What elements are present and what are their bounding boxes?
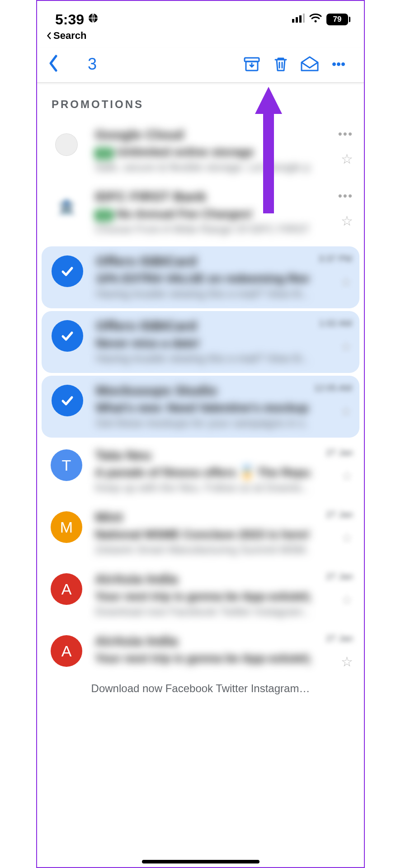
email-subject: A parade of fitness offers 🏅 The Republi… bbox=[95, 466, 310, 480]
ad-info-icon[interactable]: ••• bbox=[338, 189, 353, 203]
email-row[interactable]: Offers ISBICard 10% EXTRA VALUE on redee… bbox=[42, 246, 359, 308]
back-button[interactable] bbox=[48, 54, 59, 74]
battery-level: 79 bbox=[333, 15, 342, 24]
svg-rect-1 bbox=[292, 19, 294, 23]
star-icon[interactable]: ☆ bbox=[340, 403, 352, 419]
email-row[interactable]: A AirAsia India Your next trip is gonna … bbox=[37, 564, 364, 626]
sender-avatar[interactable]: A bbox=[51, 573, 82, 605]
star-icon[interactable]: ☆ bbox=[341, 592, 353, 608]
email-subject: National MSME Conclave 2023 is here! bbox=[95, 528, 310, 542]
svg-point-9 bbox=[337, 63, 340, 66]
status-bar: 5:39 79 bbox=[37, 1, 364, 28]
svg-rect-2 bbox=[296, 17, 298, 23]
star-icon[interactable]: ☆ bbox=[340, 339, 352, 354]
globe-icon bbox=[88, 13, 99, 26]
sender-avatar[interactable] bbox=[51, 129, 82, 160]
svg-point-5 bbox=[315, 20, 317, 23]
selection-check-icon[interactable] bbox=[52, 320, 83, 352]
sender-avatar[interactable]: T bbox=[51, 449, 82, 481]
email-sender: IDFC FIRST Bank bbox=[95, 189, 310, 204]
selection-toolbar: 3 bbox=[37, 48, 364, 83]
email-row[interactable]: Offers ISBICard Never miss a date! Havin… bbox=[42, 311, 359, 373]
email-time: 27 Jan bbox=[326, 509, 353, 520]
email-subject: What's new: Need Valentine's mockups f… bbox=[96, 401, 309, 415]
email-time: 3:37 PM bbox=[319, 254, 352, 264]
selection-count: 3 bbox=[88, 55, 97, 74]
email-subject: Never miss a date! bbox=[96, 336, 309, 350]
email-row[interactable]: 🏦 IDFC FIRST Bank AdNo Annual Fee Charge… bbox=[37, 182, 364, 244]
wifi-icon bbox=[309, 13, 322, 26]
email-row[interactable]: A AirAsia India Your next trip is gonna … bbox=[37, 626, 364, 678]
star-icon[interactable]: ☆ bbox=[341, 468, 353, 484]
more-button[interactable] bbox=[324, 55, 353, 73]
email-sender: AirAsia India bbox=[95, 571, 310, 587]
breadcrumb-back[interactable]: Search bbox=[37, 28, 364, 48]
email-time: 27 Jan bbox=[326, 633, 353, 644]
status-time: 5:39 bbox=[55, 11, 84, 28]
battery-icon: 79 bbox=[326, 14, 350, 25]
email-subject: No Annual Fee Charges! bbox=[117, 207, 253, 221]
home-indicator[interactable] bbox=[142, 860, 259, 863]
email-preview: Safe, secure & flexible storage. Let Goo… bbox=[95, 161, 310, 174]
email-sender: AirAsia India bbox=[95, 633, 310, 649]
star-icon[interactable]: ☆ bbox=[341, 151, 353, 167]
email-preview: Choose From A Wide Range Of IDFC FIRST… bbox=[95, 223, 310, 236]
star-icon[interactable]: ☆ bbox=[341, 213, 353, 229]
sender-avatar[interactable]: 🏦 bbox=[51, 191, 82, 222]
archive-button[interactable] bbox=[237, 55, 266, 73]
email-row[interactable]: M Mint National MSME Conclave 2023 is he… bbox=[37, 502, 364, 564]
email-preview: Get these mockups for your campaigns in … bbox=[96, 417, 309, 429]
star-icon[interactable]: ☆ bbox=[340, 274, 352, 290]
email-time: 27 Jan bbox=[326, 448, 353, 458]
breadcrumb-label: Search bbox=[53, 30, 86, 42]
svg-rect-3 bbox=[299, 15, 302, 23]
email-preview: Download now Facebook Twitter Instagram… bbox=[95, 605, 310, 618]
selection-check-icon[interactable] bbox=[52, 385, 83, 416]
email-sender: Offers ISBICard bbox=[96, 254, 309, 269]
section-header-promotions: PROMOTIONS bbox=[37, 83, 364, 120]
email-time: 12:05 AM bbox=[314, 383, 352, 393]
star-icon[interactable]: ☆ bbox=[341, 530, 353, 546]
selection-check-icon[interactable] bbox=[52, 255, 83, 287]
sender-avatar[interactable]: M bbox=[51, 511, 82, 543]
email-sender: Google Cloud bbox=[95, 127, 310, 142]
svg-point-8 bbox=[333, 63, 336, 66]
email-row[interactable]: T Tata Neu A parade of fitness offers 🏅 … bbox=[37, 440, 364, 502]
email-sender: Offers ISBICard bbox=[96, 318, 309, 334]
email-row[interactable]: Google Cloud AdUnlimited online storage … bbox=[37, 120, 364, 182]
email-preview: Keep up with the Neu. Follow us at Downl… bbox=[95, 481, 310, 494]
email-sender: Mockuuups Studio bbox=[96, 383, 309, 398]
email-preview: Zetwerk Smart Manufacturing Summit MSM… bbox=[95, 543, 310, 556]
footer-caption: Download now Facebook Twitter Instagram… bbox=[37, 678, 364, 699]
star-icon[interactable]: ☆ bbox=[341, 654, 353, 670]
signal-icon bbox=[292, 14, 305, 25]
email-subject: Your next trip is gonna be App-solutely … bbox=[95, 590, 310, 604]
email-subject: Unlimited online storage bbox=[117, 145, 254, 159]
email-sender: Tata Neu bbox=[95, 448, 310, 463]
sender-avatar[interactable]: A bbox=[51, 635, 82, 667]
email-list: Google Cloud AdUnlimited online storage … bbox=[37, 120, 364, 678]
email-preview: Having trouble viewing this e-mail? View… bbox=[96, 288, 309, 300]
email-time: 27 Jan bbox=[326, 571, 353, 582]
ad-info-icon[interactable]: ••• bbox=[338, 127, 353, 141]
trash-button[interactable] bbox=[266, 55, 295, 73]
svg-point-10 bbox=[342, 63, 345, 66]
email-subject: 10% EXTRA VALUE on redeeming Reward P… bbox=[96, 272, 309, 286]
email-time: 1:02 AM bbox=[319, 318, 352, 329]
mark-read-button[interactable] bbox=[295, 55, 324, 73]
svg-rect-4 bbox=[303, 14, 305, 23]
email-preview: Having trouble viewing this e-mail? View… bbox=[96, 352, 309, 365]
email-row[interactable]: Mockuuups Studio What's new: Need Valent… bbox=[42, 376, 359, 438]
email-subject: Your next trip is gonna be App-solutely … bbox=[95, 651, 310, 665]
email-sender: Mint bbox=[95, 509, 310, 525]
